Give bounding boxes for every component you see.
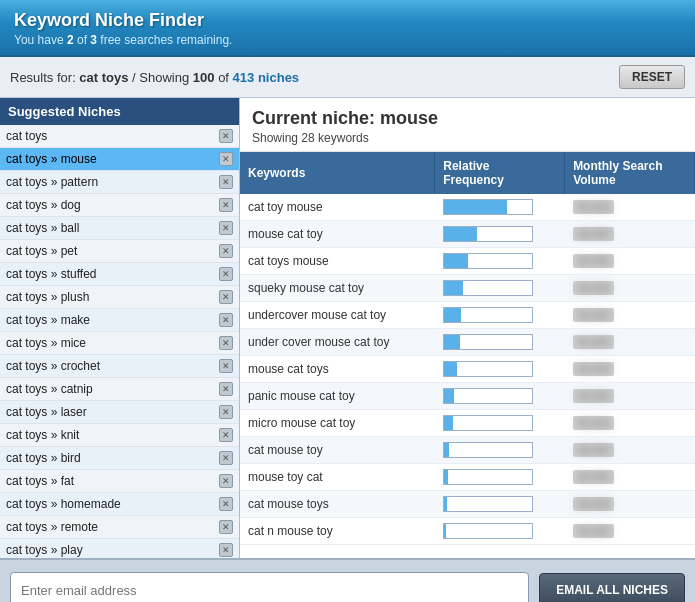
niche-item-label: cat toys » homemade [6, 497, 121, 511]
niche-item[interactable]: cat toys » catnip✕ [0, 378, 239, 401]
table-row: cat mouse toys99,999 [240, 491, 695, 518]
niche-item[interactable]: cat toys » crochet✕ [0, 355, 239, 378]
niche-item[interactable]: cat toys » stuffed✕ [0, 263, 239, 286]
niche-item-label: cat toys » knit [6, 428, 79, 442]
niche-item[interactable]: cat toys » knit✕ [0, 424, 239, 447]
niche-remove-button[interactable]: ✕ [219, 198, 233, 212]
niche-remove-button[interactable]: ✕ [219, 313, 233, 327]
table-row: cat toy mouse99,999 [240, 194, 695, 221]
niche-remove-button[interactable]: ✕ [219, 221, 233, 235]
niche-item-label: cat toys » ball [6, 221, 79, 235]
frequency-cell [435, 356, 565, 383]
frequency-cell [435, 329, 565, 356]
frequency-bar-container [443, 523, 533, 539]
keyword-cell: micro mouse cat toy [240, 410, 435, 437]
result-count: 100 [193, 70, 215, 85]
niche-item-label: cat toys » mouse [6, 152, 97, 166]
table-row: mouse toy cat99,999 [240, 464, 695, 491]
volume-cell: 99,999 [565, 518, 695, 545]
niche-item-label: cat toys » fat [6, 474, 74, 488]
niche-item[interactable]: cat toys » bird✕ [0, 447, 239, 470]
showing-keywords: Showing 28 keywords [252, 131, 683, 145]
niche-remove-button[interactable]: ✕ [219, 543, 233, 557]
niche-item-label: cat toys » bird [6, 451, 81, 465]
volume-value: 99,999 [573, 470, 615, 484]
niche-item[interactable]: cat toys » fat✕ [0, 470, 239, 493]
keyword-cell: cat mouse toy [240, 437, 435, 464]
volume-value: 99,999 [573, 416, 615, 430]
niche-item[interactable]: cat toys » mice✕ [0, 332, 239, 355]
niche-item-label: cat toys » mice [6, 336, 86, 350]
volume-cell: 99,999 [565, 302, 695, 329]
frequency-cell [435, 518, 565, 545]
frequency-bar [444, 416, 453, 430]
niche-item[interactable]: cat toys » remote✕ [0, 516, 239, 539]
niche-item[interactable]: cat toys » mouse✕ [0, 148, 239, 171]
frequency-bar [444, 335, 460, 349]
niche-item[interactable]: cat toys✕ [0, 125, 239, 148]
email-all-niches-button[interactable]: EMAIL ALL NICHES [539, 573, 685, 602]
volume-value: 99,999 [573, 254, 615, 268]
keywords-data-table: Keywords RelativeFrequency Monthly Searc… [240, 152, 695, 545]
frequency-cell [435, 491, 565, 518]
frequency-bar [444, 227, 477, 241]
niche-item-label: cat toys [6, 129, 47, 143]
volume-value: 99,999 [573, 335, 615, 349]
niche-item-label: cat toys » pet [6, 244, 77, 258]
niche-item[interactable]: cat toys » laser✕ [0, 401, 239, 424]
email-input[interactable] [10, 572, 529, 602]
frequency-bar-container [443, 496, 533, 512]
volume-cell: 99,999 [565, 194, 695, 221]
frequency-bar [444, 497, 448, 511]
frequency-bar-container [443, 226, 533, 242]
niche-item[interactable]: cat toys » dog✕ [0, 194, 239, 217]
niche-remove-button[interactable]: ✕ [219, 497, 233, 511]
search-query: cat toys [79, 70, 128, 85]
niche-item[interactable]: cat toys » ball✕ [0, 217, 239, 240]
niche-remove-button[interactable]: ✕ [219, 175, 233, 189]
niche-item[interactable]: cat toys » pet✕ [0, 240, 239, 263]
frequency-bar-container [443, 199, 533, 215]
table-header: Keywords RelativeFrequency Monthly Searc… [240, 152, 695, 194]
niche-item[interactable]: cat toys » homemade✕ [0, 493, 239, 516]
frequency-bar-container [443, 415, 533, 431]
niche-remove-button[interactable]: ✕ [219, 129, 233, 143]
niche-remove-button[interactable]: ✕ [219, 520, 233, 534]
frequency-bar-container [443, 442, 533, 458]
niche-remove-button[interactable]: ✕ [219, 382, 233, 396]
table-row: micro mouse cat toy99,999 [240, 410, 695, 437]
volume-cell: 99,999 [565, 248, 695, 275]
frequency-cell [435, 437, 565, 464]
niche-item[interactable]: cat toys » plush✕ [0, 286, 239, 309]
keywords-tbody: cat toy mouse99,999mouse cat toy99,999ca… [240, 194, 695, 545]
keyword-cell: under cover mouse cat toy [240, 329, 435, 356]
volume-cell: 99,999 [565, 275, 695, 302]
niche-item-label: cat toys » make [6, 313, 90, 327]
total-niches-link[interactable]: 413 niches [233, 70, 300, 85]
niche-item[interactable]: cat toys » play✕ [0, 539, 239, 558]
niche-item-label: cat toys » plush [6, 290, 89, 304]
niche-remove-button[interactable]: ✕ [219, 474, 233, 488]
volume-cell: 99,999 [565, 437, 695, 464]
niche-item[interactable]: cat toys » make✕ [0, 309, 239, 332]
niche-remove-button[interactable]: ✕ [219, 405, 233, 419]
niche-remove-button[interactable]: ✕ [219, 290, 233, 304]
keyword-cell: cat toy mouse [240, 194, 435, 221]
niche-remove-button[interactable]: ✕ [219, 451, 233, 465]
niche-remove-button[interactable]: ✕ [219, 267, 233, 281]
suggested-niches-header: Suggested Niches [0, 98, 239, 125]
niche-remove-button[interactable]: ✕ [219, 336, 233, 350]
reset-button[interactable]: RESET [619, 65, 685, 89]
niche-item[interactable]: cat toys » pattern✕ [0, 171, 239, 194]
frequency-bar-container [443, 334, 533, 350]
volume-cell: 99,999 [565, 464, 695, 491]
niche-remove-button[interactable]: ✕ [219, 359, 233, 373]
niche-remove-button[interactable]: ✕ [219, 152, 233, 166]
frequency-bar [444, 389, 455, 403]
keyword-cell: cat toys mouse [240, 248, 435, 275]
volume-value: 99,999 [573, 524, 615, 538]
volume-value: 99,999 [573, 497, 615, 511]
niche-remove-button[interactable]: ✕ [219, 428, 233, 442]
frequency-cell [435, 302, 565, 329]
niche-remove-button[interactable]: ✕ [219, 244, 233, 258]
